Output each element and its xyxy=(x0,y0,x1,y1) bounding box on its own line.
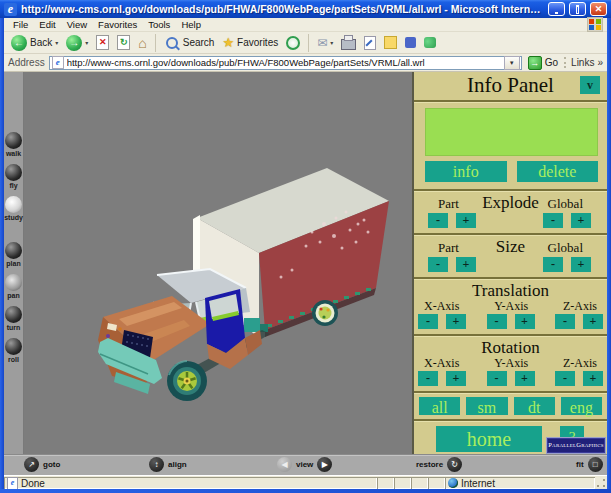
home-view-button[interactable]: home xyxy=(436,426,542,452)
forward-dropdown-icon[interactable]: ▾ xyxy=(85,39,88,46)
rotation-buttons-row: - + - + - + xyxy=(414,369,607,389)
menu-edit[interactable]: Edit xyxy=(34,19,60,30)
status-text: Done xyxy=(21,478,45,489)
menu-file[interactable]: File xyxy=(8,19,33,30)
window-border-left xyxy=(0,18,4,489)
translation-y-plus-button[interactable]: + xyxy=(515,314,535,329)
info-button[interactable]: info xyxy=(425,161,507,182)
sidebar-item-roll[interactable]: roll xyxy=(5,338,22,363)
fit-button[interactable]: □ xyxy=(588,457,603,472)
minimize-button[interactable] xyxy=(548,2,565,16)
view-previous-button[interactable]: ◀ xyxy=(277,457,292,472)
home-button[interactable]: ⌂ xyxy=(135,33,149,52)
standard-toolbar: ← Back ▾ → ▾ ✕ ↻ ⌂ Search ★ Favorites ✉ … xyxy=(4,32,607,54)
panel-collapse-button[interactable]: v xyxy=(580,76,600,94)
discuss-icon xyxy=(384,36,397,49)
size-part-plus-button[interactable]: + xyxy=(456,257,476,272)
menu-view[interactable]: View xyxy=(62,19,92,30)
rotation-z-minus-button[interactable]: - xyxy=(555,371,575,386)
restore-control: restore ↻ xyxy=(416,457,462,472)
favorites-button[interactable]: ★ Favorites xyxy=(219,33,281,52)
forward-button[interactable]: → ▾ xyxy=(63,33,91,52)
view-next-button[interactable]: ▶ xyxy=(317,457,332,472)
dt-button[interactable]: dt xyxy=(514,397,555,415)
size-part-minus-button[interactable]: - xyxy=(428,257,448,272)
size-global-plus-button[interactable]: + xyxy=(571,257,591,272)
maximize-button[interactable] xyxy=(569,2,586,16)
close-button[interactable]: ✕ xyxy=(590,2,607,16)
menu-favorites[interactable]: Favorites xyxy=(93,19,142,30)
rotation-x-minus-button[interactable]: - xyxy=(418,371,438,386)
translation-z-minus-button[interactable]: - xyxy=(555,314,575,329)
messenger-button[interactable] xyxy=(402,33,419,52)
address-dropdown-button[interactable]: ▼ xyxy=(504,56,520,70)
sidebar-item-walk[interactable]: walk xyxy=(5,132,22,157)
address-input[interactable] xyxy=(67,57,501,68)
sidebar-item-study[interactable]: study xyxy=(4,196,23,221)
status-pane: e Done xyxy=(4,477,377,489)
pan-icon xyxy=(5,274,22,291)
explode-part-plus-button[interactable]: + xyxy=(456,213,476,228)
translation-z-plus-button[interactable]: + xyxy=(583,314,603,329)
size-part-label: Part xyxy=(438,241,459,255)
menu-help[interactable]: Help xyxy=(176,19,206,30)
sm-button[interactable]: sm xyxy=(466,397,507,415)
print-button[interactable] xyxy=(338,33,359,52)
info-delete-row: info delete xyxy=(414,161,607,182)
mail-icon: ✉ xyxy=(317,37,327,49)
page-icon: e xyxy=(52,56,64,69)
translation-x-plus-button[interactable]: + xyxy=(446,314,466,329)
explode-global-label: Global xyxy=(548,197,583,211)
goto-button[interactable]: ↗ xyxy=(24,457,39,472)
resize-grip[interactable] xyxy=(595,477,607,489)
history-button[interactable] xyxy=(283,33,303,52)
translation-x-minus-button[interactable]: - xyxy=(418,314,438,329)
translation-y-minus-button[interactable]: - xyxy=(487,314,507,329)
explode-section-header: Part Explode Global xyxy=(414,193,607,211)
size-global-minus-button[interactable]: - xyxy=(543,257,563,272)
go-button[interactable]: → Go xyxy=(526,56,560,70)
sidebar-item-pan[interactable]: pan xyxy=(5,274,22,299)
stop-button[interactable]: ✕ xyxy=(93,33,112,52)
address-input-box[interactable]: e ▼ xyxy=(49,56,522,70)
eng-button[interactable]: eng xyxy=(561,397,602,415)
address-label: Address xyxy=(8,57,45,68)
parallelgraphics-logo: ParallelGraphics xyxy=(546,437,606,454)
align-button[interactable]: ↕ xyxy=(149,457,164,472)
all-button[interactable]: all xyxy=(419,397,460,415)
explode-part-minus-button[interactable]: - xyxy=(428,213,448,228)
restore-button[interactable]: ↻ xyxy=(447,457,462,472)
sidebar-item-plan[interactable]: plan xyxy=(5,242,22,267)
messenger-icon xyxy=(405,37,416,48)
roll-icon xyxy=(5,338,22,355)
rotation-y-plus-button[interactable]: + xyxy=(515,371,535,386)
search-button[interactable]: Search xyxy=(161,33,218,52)
refresh-button[interactable]: ↻ xyxy=(114,33,133,52)
fly-label: fly xyxy=(9,182,17,189)
delete-button[interactable]: delete xyxy=(517,161,599,182)
rotation-y-minus-button[interactable]: - xyxy=(487,371,507,386)
back-dropdown-icon[interactable]: ▾ xyxy=(55,39,58,46)
links-toolbar[interactable]: Links » xyxy=(564,57,603,68)
explode-global-plus-button[interactable]: + xyxy=(571,213,591,228)
refresh-icon: ↻ xyxy=(117,35,130,50)
mail-button[interactable]: ✉ ▾ xyxy=(314,33,336,52)
explode-global-minus-button[interactable]: - xyxy=(543,213,563,228)
sidebar-item-fly[interactable]: fly xyxy=(5,164,22,189)
mail-dropdown-icon[interactable]: ▾ xyxy=(330,39,333,46)
discuss-button[interactable] xyxy=(381,33,400,52)
rotation-x-plus-button[interactable]: + xyxy=(446,371,466,386)
menu-tools[interactable]: Tools xyxy=(143,19,175,30)
plan-icon xyxy=(5,242,22,259)
rotation-z-plus-button[interactable]: + xyxy=(583,371,603,386)
internet-globe-icon xyxy=(448,478,458,488)
sidebar-item-turn[interactable]: turn xyxy=(5,306,22,331)
menu-bar: File Edit View Favorites Tools Help xyxy=(4,18,607,32)
edit-button[interactable] xyxy=(361,33,379,52)
back-button[interactable]: ← Back ▾ xyxy=(8,33,61,52)
align-label: align xyxy=(168,460,187,469)
vrml-viewport[interactable] xyxy=(24,72,412,454)
roll-label: roll xyxy=(8,356,19,363)
home-row: home ? ParallelGraphics xyxy=(414,423,607,454)
people-button[interactable] xyxy=(421,33,439,52)
